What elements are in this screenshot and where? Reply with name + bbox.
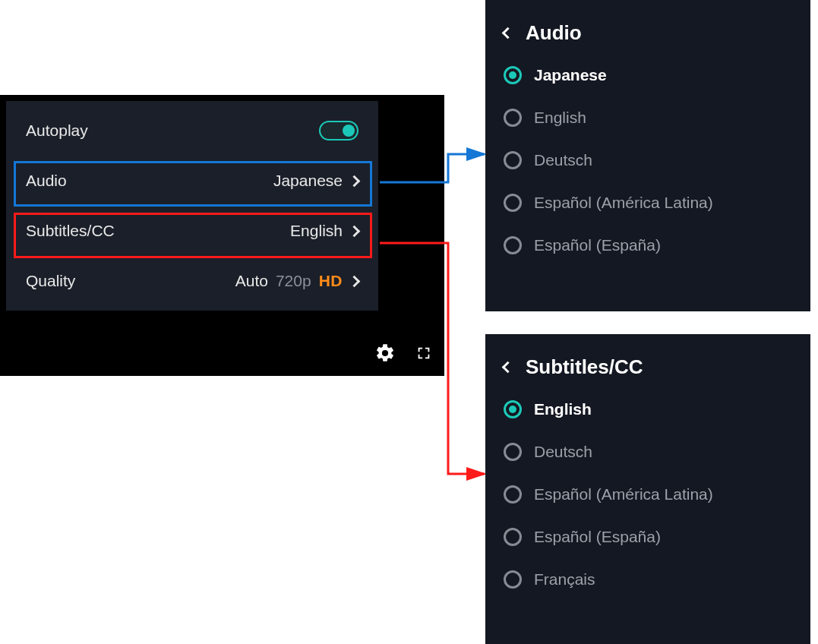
chevron-right-icon [349,175,361,187]
quality-value-res: 720p [276,272,311,290]
subtitles-submenu-title: Subtitles/CC [526,355,643,379]
quality-label: Quality [26,272,75,290]
chevron-left-icon [502,27,514,39]
audio-submenu-title: Audio [526,21,582,45]
audio-option[interactable]: English [485,96,810,139]
audio-submenu: Audio JapaneseEnglishDeutschEspañol (Amé… [485,0,810,311]
radio-icon [504,570,522,589]
radio-icon [504,109,522,127]
radio-icon [504,66,522,84]
radio-icon [504,528,522,546]
subtitles-option-label: Español (España) [534,528,661,546]
autoplay-toggle[interactable] [319,121,358,140]
expand-icon [415,345,432,361]
subtitles-option[interactable]: Français [485,558,810,601]
subtitles-submenu-header[interactable]: Subtitles/CC [485,340,810,388]
audio-option-label: Español (España) [534,236,661,254]
quality-row[interactable]: Quality Auto 720p HD [6,256,378,306]
audio-row[interactable]: Audio Japanese [6,156,378,206]
subtitles-option-label: English [534,400,592,418]
audio-option[interactable]: Deutsch [485,139,810,182]
chevron-right-icon [349,275,361,287]
settings-button[interactable] [374,343,396,364]
audio-option-label: English [534,109,586,127]
autoplay-label: Autoplay [26,122,88,140]
settings-panel: Autoplay Audio Japanese Subtitles/CC Eng… [6,101,378,311]
audio-option-label: Japanese [534,66,607,84]
subtitles-option[interactable]: Español (América Latina) [485,473,810,516]
radio-icon [504,485,522,504]
radio-icon [504,443,522,461]
audio-option-label: Deutsch [534,151,592,169]
player-controls [374,343,432,364]
subtitles-option[interactable]: Español (España) [485,516,810,558]
autoplay-row: Autoplay [6,106,378,156]
subtitles-option-label: Español (América Latina) [534,485,713,504]
quality-value-prefix: Auto [235,272,268,290]
chevron-left-icon [502,361,514,374]
subtitles-option[interactable]: English [485,388,810,431]
audio-option-label: Español (América Latina) [534,194,713,212]
audio-option[interactable]: Japanese [485,54,810,96]
toggle-knob [343,125,355,137]
quality-value-badge: HD [319,272,343,290]
gear-icon [374,343,396,364]
radio-icon [504,151,522,169]
radio-icon [504,236,522,254]
video-player-area: Autoplay Audio Japanese Subtitles/CC Eng… [0,95,444,376]
subtitles-value: English [290,222,343,240]
chevron-right-icon [349,225,361,237]
radio-icon [504,400,522,418]
audio-option[interactable]: Español (España) [485,224,810,267]
audio-option[interactable]: Español (América Latina) [485,182,810,224]
subtitles-option-label: Français [534,570,595,589]
fullscreen-button[interactable] [415,345,432,361]
audio-submenu-header[interactable]: Audio [485,6,810,54]
subtitles-option-label: Deutsch [534,443,592,461]
subtitles-submenu: Subtitles/CC EnglishDeutschEspañol (Amér… [485,334,810,644]
audio-value: Japanese [273,172,343,190]
subtitles-row[interactable]: Subtitles/CC English [6,206,378,256]
radio-icon [504,194,522,212]
subtitles-option[interactable]: Deutsch [485,431,810,473]
audio-label: Audio [26,172,67,190]
subtitles-label: Subtitles/CC [26,222,115,240]
